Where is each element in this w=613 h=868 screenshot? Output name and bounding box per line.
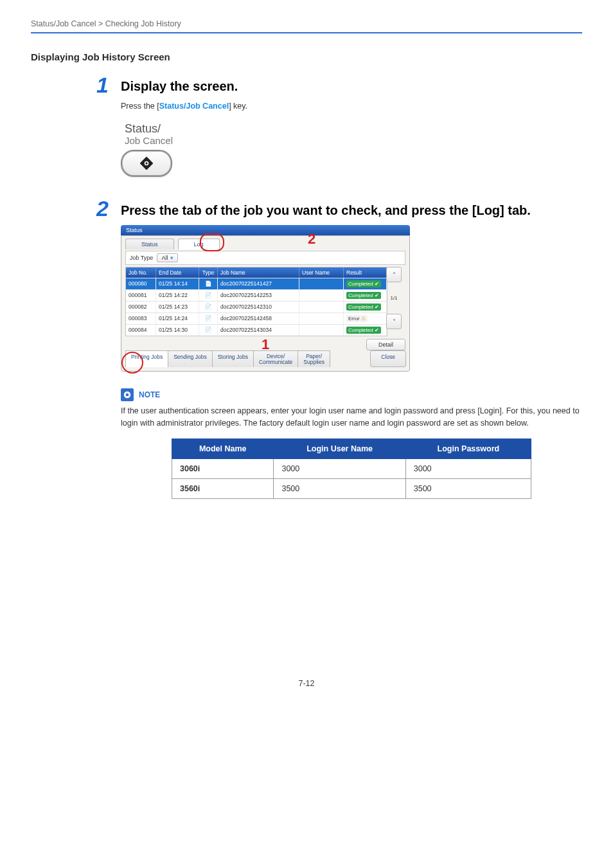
tab-storing-jobs[interactable]: Storing Jobs	[212, 350, 254, 367]
type-icon: 📄	[199, 289, 218, 301]
callout-number-2: 2	[308, 232, 315, 246]
table-row[interactable]: 000083 01/25 14:24 📄 doc20070225142458 E…	[126, 312, 387, 324]
breadcrumb: Status/Job Cancel > Checking Job History	[31, 19, 582, 33]
job-log-table: Job No. End Date Type Job Name User Name…	[125, 267, 387, 336]
tab-sending-jobs[interactable]: Sending Jobs	[168, 350, 213, 367]
detail-button[interactable]: Detail	[366, 339, 405, 350]
step-1-text-before: Press the [	[121, 102, 159, 111]
col-head-username: User Name	[299, 267, 344, 278]
col-head-login-user: Login User Name	[274, 439, 405, 458]
cell-result: Completed✔	[344, 324, 387, 336]
status-job-cancel-key-graphic: Status/ Job Cancel	[121, 123, 198, 177]
result-label: Completed	[348, 293, 373, 298]
cell-jobname: doc20070225142458	[218, 312, 299, 324]
table-row[interactable]: 000080 01/25 14:14 📄 doc20070225141427 C…	[126, 278, 387, 289]
col-head-login-pass: Login Password	[405, 439, 531, 458]
cell-jobno: 000080	[126, 278, 156, 289]
cell-enddate: 01/25 14:23	[156, 301, 199, 312]
check-icon: ✔	[375, 293, 379, 298]
cell-login-pass: 3500	[405, 478, 531, 498]
tab-log[interactable]: Log	[178, 239, 220, 249]
cell-result: Completed✔	[344, 278, 387, 289]
tab-printing-jobs[interactable]: Printing Jobs	[125, 350, 168, 367]
panel-titlebar: Status	[121, 225, 410, 235]
chevron-down-icon: ▾	[170, 255, 173, 261]
cell-result: Error ⚠	[344, 312, 387, 324]
svg-point-2	[145, 162, 147, 164]
type-icon: 📄	[199, 301, 218, 312]
step-1-text-after: ] key.	[229, 102, 247, 111]
page-count: 1/1	[390, 295, 397, 301]
jobtype-select[interactable]: All ▾	[157, 253, 178, 262]
step-1-text: Press the [Status/Job Cancel] key.	[121, 100, 582, 113]
cell-jobname: doc20070225142310	[218, 301, 299, 312]
cell-model: 3060i	[172, 458, 274, 478]
step-2-title: Press the tab of the job you want to che…	[121, 203, 582, 219]
cell-username	[299, 312, 344, 324]
table-row: 3060i 3000 3000	[172, 458, 531, 478]
cell-enddate: 01/25 14:24	[156, 312, 199, 324]
table-row[interactable]: 000084 01/25 14:30 📄 doc20070225143034 C…	[126, 324, 387, 336]
cell-enddate: 01/25 14:30	[156, 324, 199, 336]
type-icon: 📄	[199, 312, 218, 324]
cell-enddate: 01/25 14:22	[156, 289, 199, 301]
check-icon: ✔	[375, 304, 379, 310]
type-icon: 📄	[199, 278, 218, 289]
cell-jobname: doc20070225142253	[218, 289, 299, 301]
status-job-cancel-button[interactable]	[121, 150, 172, 177]
tab-device-communicate[interactable]: Device/ Communicate	[253, 350, 298, 367]
note-label: NOTE	[139, 390, 160, 399]
eye-diamond-icon	[140, 157, 153, 170]
result-label: Error	[348, 316, 360, 321]
col-head-jobname: Job Name	[218, 267, 299, 278]
cell-enddate: 01/25 14:14	[156, 278, 199, 289]
page-down-button[interactable]: ˅	[386, 314, 402, 329]
job-log-screenshot: Status Status Log Job Type All ▾	[121, 225, 410, 372]
page-number: 7-12	[31, 679, 582, 688]
table-row[interactable]: 000081 01/25 14:22 📄 doc20070225142253 C…	[126, 289, 387, 301]
jobtype-row: Job Type All ▾	[125, 251, 405, 265]
jobtype-value: All	[161, 255, 168, 261]
jobtype-label: Job Type	[130, 255, 153, 261]
result-label: Completed	[348, 304, 373, 310]
tab-paper-supplies[interactable]: Paper/ Supplies	[298, 350, 330, 367]
cell-jobname: doc20070225141427	[218, 278, 299, 289]
check-icon: ✔	[375, 327, 379, 333]
status-job-cancel-keyname: Status/Job Cancel	[159, 102, 229, 111]
col-head-result: Result	[344, 267, 387, 278]
close-button[interactable]: Close	[370, 350, 406, 367]
chevron-down-icon: ˅	[393, 318, 396, 325]
cell-username	[299, 278, 344, 289]
warning-icon: ⚠	[361, 316, 366, 321]
chevron-up-icon: ˄	[393, 271, 396, 278]
key-graphic-label-bottom: Job Cancel	[125, 136, 198, 147]
cell-jobno: 000081	[126, 289, 156, 301]
tab-log-label: Log	[194, 241, 204, 248]
cell-username	[299, 301, 344, 312]
key-graphic-label-top: Status/	[125, 122, 161, 135]
cell-jobno: 000082	[126, 301, 156, 312]
col-head-type: Type	[199, 267, 218, 278]
result-label: Completed	[348, 281, 373, 287]
page-up-button[interactable]: ˄	[386, 267, 402, 282]
step-1-title: Display the screen.	[121, 79, 582, 94]
cell-jobno: 000083	[126, 312, 156, 324]
note-heading: NOTE	[121, 388, 582, 401]
cell-result: Completed✔	[344, 289, 387, 301]
svg-point-4	[126, 393, 129, 397]
tab-status[interactable]: Status	[125, 239, 174, 249]
col-head-enddate: End Date	[156, 267, 199, 278]
credentials-table: Model Name Login User Name Login Passwor…	[172, 439, 531, 499]
cell-login-pass: 3000	[405, 458, 531, 478]
cell-login-user: 3500	[274, 478, 405, 498]
result-label: Completed	[348, 327, 373, 333]
col-head-jobno: Job No.	[126, 267, 156, 278]
cell-jobno: 000084	[126, 324, 156, 336]
note-body: If the user authentication screen appear…	[121, 405, 582, 429]
check-icon: ✔	[375, 281, 379, 287]
table-row[interactable]: 000082 01/25 14:23 📄 doc20070225142310 C…	[126, 301, 387, 312]
col-head-model: Model Name	[172, 439, 274, 458]
cell-username	[299, 324, 344, 336]
step-number-2: 2	[96, 196, 109, 221]
callout-number-1: 1	[262, 338, 269, 352]
